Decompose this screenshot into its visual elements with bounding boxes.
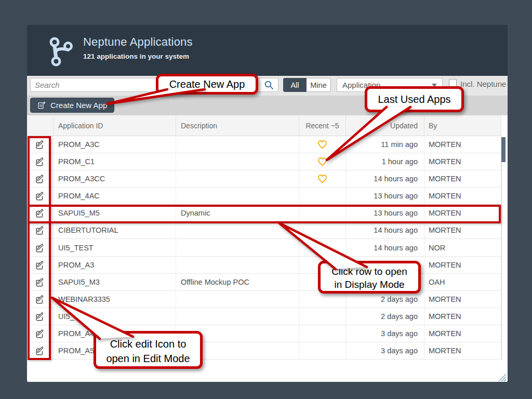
application-id-cell: CIBERTUTORIAL	[54, 222, 176, 238]
annotation-rect-highlight-row	[28, 205, 501, 223]
updated-cell: 14 hours ago	[346, 170, 424, 187]
application-id-cell: PROM_4AC	[54, 188, 176, 204]
heart-icon	[317, 140, 328, 150]
description-cell	[176, 136, 299, 153]
callout-click-row: Click row to open in Display Mode	[318, 261, 421, 294]
updated-cell: 3 days ago	[346, 342, 424, 359]
scope-segmented-control: All Mine	[283, 78, 331, 92]
callout-click-edit-line1: Click edit Icon to	[96, 337, 200, 351]
application-id-cell: PROM_A3C	[54, 136, 176, 153]
segment-all[interactable]: All	[283, 78, 307, 92]
recent-cell	[299, 188, 346, 204]
by-cell: MORTEN	[424, 291, 501, 308]
description-cell	[176, 222, 299, 238]
table-row[interactable]: UI5_TEST 14 hours ago NOR	[27, 239, 501, 256]
heart-icon	[317, 174, 328, 184]
segment-mine[interactable]: Mine	[307, 78, 331, 92]
description-cell	[176, 188, 299, 204]
header-updated[interactable]: Updated	[346, 115, 424, 136]
annotation-rect-edit-column	[28, 136, 51, 360]
table-row[interactable]: WEBINAR3335 2 days ago MORTEN	[27, 291, 501, 308]
callout-last-used-apps: Last Used Apps	[365, 86, 464, 112]
by-cell: MORTEN	[424, 308, 501, 325]
description-cell	[176, 308, 299, 325]
application-id-cell: WEBINAR3335	[54, 291, 176, 308]
updated-cell: 3 days ago	[346, 325, 424, 342]
vertical-scrollbar-thumb[interactable]	[501, 137, 506, 162]
header-recent[interactable]: Recent ~5	[299, 115, 346, 136]
table-row[interactable]: UI5_F4 2 days ago MORTEN	[27, 308, 501, 325]
table-row[interactable]: PROM_C1 1 hour ago MORTEN	[27, 153, 501, 170]
table-row[interactable]: SAPUI5_M3 Offline Mockup POC OAH	[27, 274, 501, 291]
recent-cell	[299, 153, 346, 170]
recent-cell	[299, 342, 346, 359]
incl-neptune-label: Incl. Neptune	[460, 79, 506, 88]
heart-icon	[317, 157, 328, 167]
app-header	[27, 25, 508, 76]
by-cell: MORTEN	[424, 153, 501, 170]
incl-neptune-checkbox[interactable]	[449, 79, 457, 87]
updated-cell: 1 hour ago	[346, 153, 424, 170]
application-id-cell: SAPUI5_M3	[54, 274, 176, 290]
application-id-cell: PROM_C1	[54, 153, 176, 170]
by-cell: NOR	[424, 239, 501, 256]
recent-cell	[299, 325, 346, 342]
updated-cell: 14 hours ago	[346, 222, 424, 238]
header-application-id[interactable]: Application ID	[54, 115, 176, 136]
callout-click-row-line2: in Display Mode	[321, 278, 418, 291]
by-cell: MORTEN	[424, 222, 501, 238]
callout-click-edit-line2: open in Edit Mode	[96, 351, 200, 366]
description-cell	[176, 239, 299, 256]
description-cell	[176, 170, 299, 187]
table-row[interactable]: PROM_A3C 11 min ago MORTEN	[27, 136, 501, 153]
by-cell: MORTEN	[424, 257, 501, 273]
updated-cell: 14 hours ago	[346, 239, 424, 256]
callout-click-row-line1: Click row to open	[321, 265, 418, 278]
header-by[interactable]: By	[424, 115, 501, 136]
table-row[interactable]: CIBERTUTORIAL 14 hours ago MORTEN	[27, 222, 501, 239]
description-cell	[176, 291, 299, 308]
recent-cell	[299, 222, 346, 238]
application-id-cell: UI5_TEST	[54, 239, 176, 256]
table-row[interactable]: PROM_A3 MORTEN	[27, 257, 501, 274]
by-cell: OAH	[424, 274, 501, 290]
page-subtitle: 121 applications in your system	[83, 52, 189, 60]
table-row[interactable]: PROM_4AC 13 hours ago MORTEN	[27, 188, 501, 205]
by-cell: MORTEN	[424, 325, 501, 342]
callout-click-edit: Click edit Icon to open in Edit Mode	[94, 331, 203, 369]
updated-cell: 11 min ago	[346, 136, 424, 153]
description-cell	[176, 257, 299, 273]
header-description[interactable]: Description	[176, 115, 299, 136]
neptune-logo-icon	[48, 32, 75, 68]
application-id-cell: PROM_A3CC	[54, 170, 176, 187]
updated-cell: 13 hours ago	[346, 188, 424, 204]
callout-last-used-apps-text: Last Used Apps	[378, 94, 450, 105]
application-id-cell: PROM_A3	[54, 257, 176, 273]
recent-cell	[299, 170, 346, 187]
table-body: PROM_A3C 11 min ago MORTEN PROM_C1 1 hou…	[27, 136, 501, 360]
table-row[interactable]: PROM_A3CC 14 hours ago MORTEN	[27, 170, 501, 188]
by-cell: MORTEN	[424, 188, 501, 204]
description-cell: Offline Mockup POC	[176, 274, 299, 290]
description-cell	[176, 153, 299, 170]
recent-cell	[299, 239, 346, 256]
by-cell: MORTEN	[424, 170, 501, 187]
callout-create-new-app: Create New App	[156, 74, 258, 95]
new-document-icon	[37, 101, 46, 110]
callout-create-new-app-text: Create New App	[169, 78, 245, 90]
by-cell: MORTEN	[424, 342, 501, 359]
search-icon[interactable]	[264, 80, 274, 90]
recent-cell	[299, 308, 346, 325]
header-edit-col	[27, 115, 54, 136]
table-header: Application ID Description Recent ~5 Upd…	[27, 115, 501, 136]
by-cell: MORTEN	[424, 136, 501, 153]
application-id-cell: UI5_F4	[54, 308, 176, 325]
create-new-app-button[interactable]: Create New App	[30, 98, 114, 113]
recent-cell	[299, 136, 346, 153]
create-new-app-label: Create New App	[50, 101, 107, 110]
page-title: Neptune Applications	[83, 35, 193, 49]
updated-cell: 2 days ago	[346, 308, 424, 325]
resize-grip-icon[interactable]	[497, 373, 507, 382]
vertical-scrollbar-track[interactable]	[501, 137, 506, 360]
